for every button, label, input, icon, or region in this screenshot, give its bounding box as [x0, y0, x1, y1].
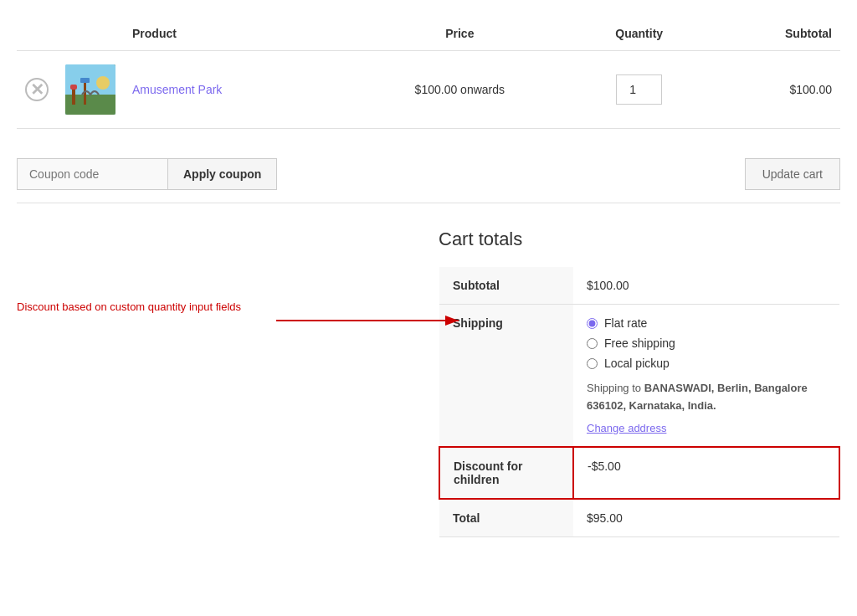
remove-cell: ✕ [17, 51, 57, 129]
product-price-cell: $100.00 onwards [348, 51, 572, 129]
shipping-free-radio[interactable] [587, 338, 598, 349]
cart-totals-title: Cart totals [439, 228, 840, 250]
subtotal-value: $100.00 [573, 267, 839, 305]
annotation-arrow [276, 304, 469, 337]
coupon-input[interactable] [17, 158, 167, 190]
change-address-link[interactable]: Change address [587, 422, 666, 434]
total-value: $95.00 [573, 499, 839, 537]
shipping-free[interactable]: Free shipping [587, 336, 826, 350]
quantity-input[interactable] [616, 74, 662, 105]
product-subtotal-cell: $100.00 [706, 51, 840, 129]
cart-table: Product Price Quantity Subtotal ✕ [17, 17, 840, 129]
apply-coupon-button[interactable]: Apply coupon [167, 158, 277, 190]
total-row: Total $95.00 [439, 499, 839, 537]
coupon-row: Apply coupon Update cart [17, 146, 840, 203]
product-qty-cell [572, 51, 706, 129]
col-header-remove [17, 17, 57, 51]
product-link[interactable]: Amusement Park [132, 83, 222, 96]
discount-row: Discount for children -$5.00 [439, 447, 839, 499]
discount-label: Discount for children [439, 447, 573, 499]
discount-value: -$5.00 [573, 447, 839, 499]
col-header-quantity: Quantity [572, 17, 706, 51]
shipping-local-pickup-radio[interactable] [587, 358, 598, 369]
shipping-address: Shipping to BANASWADI, Berlin, Bangalore… [587, 380, 826, 415]
svg-rect-3 [70, 85, 77, 90]
update-cart-button[interactable]: Update cart [745, 158, 840, 190]
cart-totals-wrapper: Cart totals Subtotal $100.00 Shipping [17, 228, 840, 537]
shipping-flat-rate-label: Flat rate [604, 316, 647, 330]
subtotal-row: Subtotal $100.00 [439, 267, 839, 305]
coupon-left: Apply coupon [17, 158, 277, 190]
shipping-flat-rate-radio[interactable] [587, 318, 598, 329]
col-header-product: Product [124, 17, 348, 51]
shipping-local-pickup[interactable]: Local pickup [587, 357, 826, 370]
product-name-cell: Amusement Park [124, 51, 348, 129]
annotation-text: Discount based on custom quantity input … [17, 300, 276, 315]
shipping-options: Flat rate Free shipping Local pickup [587, 316, 826, 370]
shipping-address-prefix: Shipping to [587, 382, 641, 394]
col-header-subtotal: Subtotal [706, 17, 840, 51]
product-thumbnail [65, 64, 115, 115]
table-row: ✕ [17, 51, 840, 129]
shipping-free-label: Free shipping [604, 336, 675, 350]
shipping-local-pickup-label: Local pickup [604, 357, 670, 370]
col-header-price: Price [348, 17, 572, 51]
totals-table: Subtotal $100.00 Shipping Flat rate [439, 267, 840, 537]
svg-point-6 [96, 76, 110, 90]
product-subtotal: $100.00 [789, 83, 832, 96]
product-price: $100.00 onwards [415, 83, 505, 96]
shipping-flat-rate[interactable]: Flat rate [587, 316, 826, 330]
col-header-image [57, 17, 124, 51]
svg-rect-5 [80, 78, 90, 83]
remove-item-button[interactable]: ✕ [25, 78, 49, 101]
total-label: Total [439, 499, 573, 537]
svg-rect-2 [72, 88, 75, 105]
subtotal-label: Subtotal [439, 267, 573, 305]
shipping-row: Shipping Flat rate Free shipp [439, 305, 839, 447]
cart-totals-section: Discount based on custom quantity input … [17, 228, 840, 537]
shipping-options-cell: Flat rate Free shipping Local pickup [573, 305, 839, 447]
cart-totals: Cart totals Subtotal $100.00 Shipping [439, 228, 840, 537]
product-image-cell [57, 51, 124, 129]
